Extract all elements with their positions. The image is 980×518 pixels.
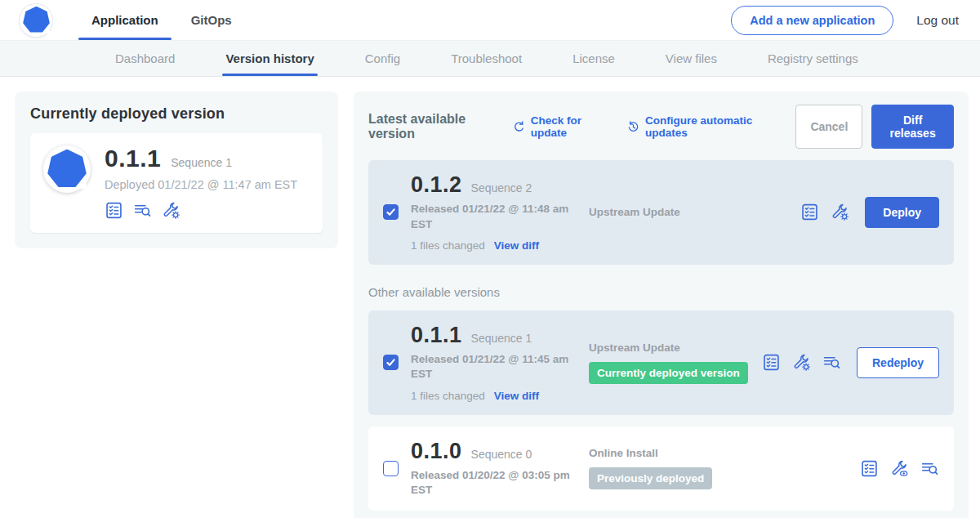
version-number: 0.1.2	[411, 173, 462, 196]
tab-view-files[interactable]: View files	[664, 41, 719, 76]
files-changed-label: 1 files changed	[411, 390, 485, 402]
version-row: 0.1.0 Sequence 0 Released 01/20/22 @ 03:…	[368, 426, 954, 511]
clock-update-icon	[626, 120, 640, 134]
deploy-logs-icon[interactable]	[920, 459, 939, 478]
tab-troubleshoot[interactable]: Troubleshoot	[449, 41, 523, 76]
tab-view-files-label: View files	[666, 51, 717, 65]
files-changed-label: 1 files changed	[411, 239, 485, 252]
main-content: Currently deployed version 0.1.1 Sequenc…	[0, 77, 980, 518]
currently-deployed-badge: Currently deployed version	[589, 362, 748, 384]
check-for-update-label: Check for update	[531, 114, 608, 139]
deployed-sequence-label: Sequence 1	[171, 156, 232, 169]
released-timestamp: Released 01/21/22 @ 11:45 am EST	[411, 352, 571, 382]
add-application-button[interactable]: Add a new application	[731, 6, 893, 35]
version-checkbox[interactable]	[383, 204, 399, 220]
top-nav: Application GitOps Add a new application…	[0, 0, 980, 41]
config-view-icon[interactable]	[890, 459, 909, 478]
version-checkbox[interactable]	[383, 355, 399, 370]
tab-version-history[interactable]: Version history	[224, 41, 315, 76]
tab-registry-settings[interactable]: Registry settings	[766, 41, 860, 76]
version-checkbox[interactable]	[383, 461, 399, 476]
version-row: 0.1.1 Sequence 1 Released 01/21/22 @ 11:…	[368, 310, 954, 415]
released-timestamp: Released 01/21/22 @ 11:48 am EST	[411, 202, 571, 231]
tab-config-label: Config	[365, 51, 400, 65]
other-available-versions-title: Other available versions	[368, 285, 954, 299]
preflight-checklist-icon[interactable]	[105, 201, 123, 220]
tab-license[interactable]: License	[571, 41, 617, 76]
tab-troubleshoot-label: Troubleshoot	[451, 51, 522, 65]
app-sub-nav: Dashboard Version history Config Trouble…	[0, 41, 980, 77]
preflight-checklist-icon[interactable]	[800, 203, 819, 221]
previously-deployed-badge: Previously deployed	[589, 467, 712, 489]
preflight-checklist-icon[interactable]	[762, 353, 781, 372]
version-number: 0.1.0	[411, 440, 462, 462]
tab-dashboard[interactable]: Dashboard	[114, 41, 176, 76]
tab-registry-settings-label: Registry settings	[768, 51, 858, 65]
config-wrench-icon[interactable]	[792, 353, 811, 372]
deploy-logs-icon[interactable]	[133, 201, 152, 220]
logout-link[interactable]: Log out	[916, 13, 959, 28]
sequence-label: Sequence 2	[471, 181, 532, 194]
diff-releases-button[interactable]: Diff releases	[871, 105, 954, 149]
sequence-label: Sequence 1	[471, 332, 532, 345]
version-source-label: Upstream Update	[589, 342, 762, 354]
checkmark-icon	[385, 207, 396, 217]
version-source-label: Upstream Update	[589, 206, 800, 218]
configure-automatic-updates-label: Configure automatic updates	[645, 114, 777, 139]
tab-application[interactable]: Application	[78, 0, 172, 40]
deployed-version-number: 0.1.1	[105, 145, 161, 172]
view-diff-link[interactable]: View diff	[494, 390, 539, 402]
currently-deployed-card: Currently deployed version 0.1.1 Sequenc…	[15, 92, 338, 248]
tab-gitops[interactable]: GitOps	[178, 0, 245, 40]
cancel-button[interactable]: Cancel	[795, 105, 862, 149]
deployed-timestamp: Deployed 01/21/22 @ 11:47 am EST	[105, 178, 297, 191]
tab-version-history-label: Version history	[225, 51, 314, 65]
deployed-version-box: 0.1.1 Sequence 1 Deployed 01/21/22 @ 11:…	[30, 133, 323, 233]
preflight-checklist-icon[interactable]	[860, 459, 879, 478]
version-number: 0.1.1	[411, 324, 462, 346]
view-diff-link[interactable]: View diff	[494, 239, 539, 252]
deploy-logs-icon[interactable]	[822, 353, 841, 372]
config-wrench-icon[interactable]	[162, 201, 180, 220]
config-wrench-icon[interactable]	[831, 203, 849, 221]
configure-automatic-updates-link[interactable]: Configure automatic updates	[626, 114, 777, 139]
sequence-label: Sequence 0	[471, 448, 532, 461]
tab-config[interactable]: Config	[363, 41, 402, 76]
checkmark-icon	[385, 357, 396, 368]
available-versions-panel: Latest available version Check for updat…	[354, 92, 969, 518]
tab-application-label: Application	[91, 13, 158, 27]
check-for-update-link[interactable]: Check for update	[512, 114, 608, 139]
latest-available-title: Latest available version	[368, 112, 498, 141]
top-nav-tabs: Application GitOps	[78, 0, 252, 40]
kubernetes-logo-icon	[20, 4, 52, 37]
version-row: 0.1.2 Sequence 2 Released 01/21/22 @ 11:…	[368, 160, 954, 265]
version-source-label: Online Install	[589, 447, 860, 459]
tab-gitops-label: GitOps	[191, 13, 232, 27]
app-kubernetes-logo-icon	[43, 145, 91, 193]
released-timestamp: Released 01/20/22 @ 03:05 pm EST	[411, 468, 571, 498]
refresh-icon	[512, 120, 526, 134]
deploy-button[interactable]: Deploy	[865, 197, 939, 228]
tab-license-label: License	[572, 51, 615, 65]
redeploy-button[interactable]: Redeploy	[857, 347, 939, 378]
currently-deployed-title: Currently deployed version	[30, 105, 323, 123]
tab-dashboard-label: Dashboard	[115, 51, 175, 65]
